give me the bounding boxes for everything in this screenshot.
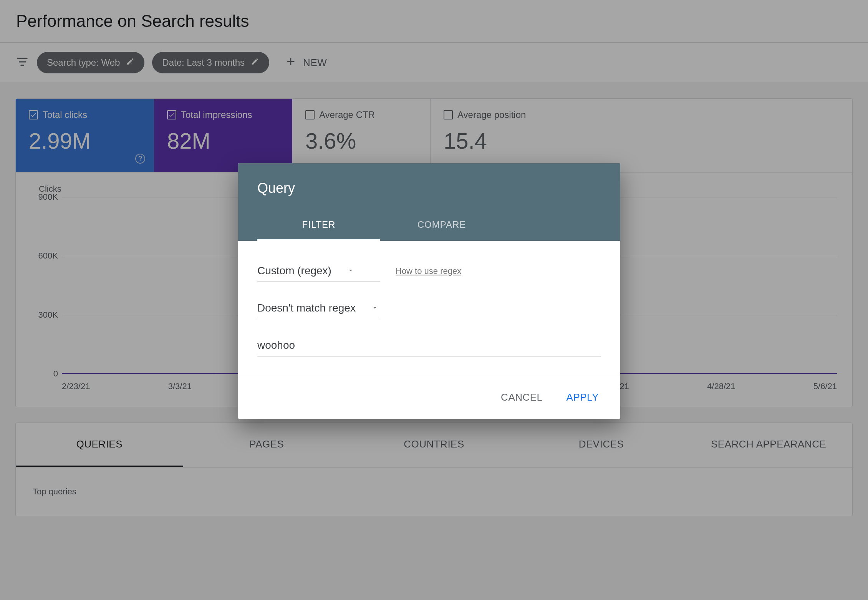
query-text-input[interactable] [257, 335, 601, 356]
metrics-row: Total clicks 2.99M ? Total impressions 8… [16, 99, 852, 172]
metric-label: Total impressions [181, 109, 252, 120]
metric-average-position[interactable]: Average position 15.4 [431, 99, 569, 172]
x-tick: 4/28/21 [707, 381, 735, 391]
metric-label: Average position [457, 109, 526, 120]
metric-total-impressions[interactable]: Total impressions 82M [154, 99, 292, 172]
help-icon[interactable]: ? [135, 154, 145, 164]
metric-value: 2.99M [29, 128, 141, 154]
select-value: Custom (regex) [257, 265, 331, 277]
page-header: Performance on Search results [0, 0, 868, 43]
checkbox-unchecked-icon [444, 110, 453, 119]
dialog-title: Query [257, 180, 601, 196]
tab-pages[interactable]: PAGES [183, 423, 351, 467]
date-chip[interactable]: Date: Last 3 months [152, 52, 269, 73]
tab-search-appearance[interactable]: SEARCH APPEARANCE [685, 423, 852, 467]
select-value: Doesn't match regex [257, 302, 356, 314]
match-type-select[interactable]: Custom (regex) [257, 260, 380, 282]
metric-label: Average CTR [319, 109, 375, 120]
y-tick: 300K [31, 310, 58, 320]
dialog-actions: CANCEL APPLY [238, 376, 620, 419]
dialog-header: Query FILTER COMPARE [238, 163, 620, 241]
chip-label: Date: Last 3 months [162, 57, 245, 68]
chevron-down-icon [371, 302, 379, 314]
data-table-card: QUERIESPAGESCOUNTRIESDEVICESSEARCH APPEA… [15, 423, 853, 516]
pencil-icon [251, 57, 259, 68]
tab-countries[interactable]: COUNTRIES [350, 423, 518, 467]
dialog-body: Custom (regex) How to use regex Doesn't … [238, 241, 620, 376]
new-label: NEW [303, 57, 327, 69]
match-mode-select[interactable]: Doesn't match regex [257, 297, 379, 319]
regex-help-link[interactable]: How to use regex [396, 266, 461, 276]
checkbox-unchecked-icon [305, 110, 315, 119]
metric-average-ctr[interactable]: Average CTR 3.6% [292, 99, 431, 172]
page-title: Performance on Search results [16, 12, 852, 31]
top-queries-header: Top queries [16, 467, 852, 516]
query-filter-dialog: Query FILTER COMPARE Custom (regex) How … [238, 163, 620, 419]
x-tick: 5/6/21 [813, 381, 837, 391]
data-tabs: QUERIESPAGESCOUNTRIESDEVICESSEARCH APPEA… [16, 423, 852, 467]
chip-label: Search type: Web [47, 57, 120, 68]
y-tick: 900K [31, 192, 58, 202]
metric-value: 82M [167, 128, 279, 154]
checkbox-checked-icon [29, 110, 38, 119]
checkbox-checked-icon [167, 110, 176, 119]
search-type-chip[interactable]: Search type: Web [37, 52, 144, 73]
x-tick: 2/23/21 [62, 381, 90, 391]
metric-value: 15.4 [444, 128, 556, 154]
apply-button[interactable]: APPLY [560, 387, 605, 408]
x-tick: 3/3/21 [168, 381, 192, 391]
metric-total-clicks[interactable]: Total clicks 2.99M ? [16, 99, 154, 172]
tab-devices[interactable]: DEVICES [518, 423, 685, 467]
tab-filter[interactable]: FILTER [257, 210, 380, 241]
chevron-down-icon [347, 265, 354, 277]
plus-icon [285, 55, 297, 70]
filter-bar: Search type: Web Date: Last 3 months NEW [0, 43, 868, 83]
new-filter-button[interactable]: NEW [285, 55, 327, 70]
pencil-icon [126, 57, 134, 68]
metric-label: Total clicks [43, 109, 87, 120]
y-tick: 600K [31, 251, 58, 261]
y-tick: 0 [31, 369, 58, 379]
tab-queries[interactable]: QUERIES [16, 423, 183, 467]
filter-icon[interactable] [15, 55, 29, 70]
metric-value: 3.6% [305, 128, 417, 154]
cancel-button[interactable]: CANCEL [495, 387, 548, 408]
tab-compare[interactable]: COMPARE [380, 210, 503, 241]
